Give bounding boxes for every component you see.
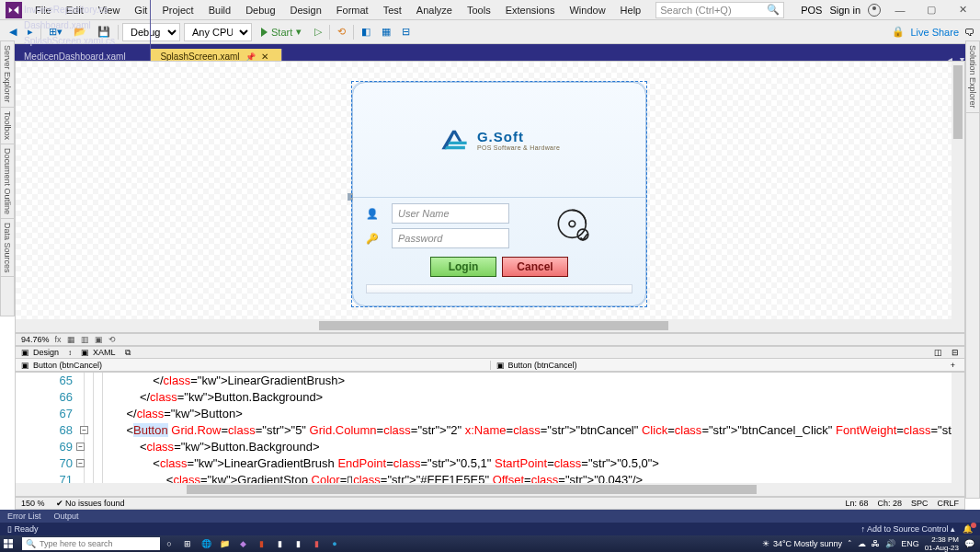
menu-help[interactable]: Help: [613, 5, 649, 16]
search-icon: 🔍: [767, 4, 780, 16]
network-icon[interactable]: 🖧: [872, 539, 880, 548]
status-ready: ▯ Ready: [7, 524, 39, 534]
edge-icon[interactable]: 🌐: [197, 535, 215, 552]
editor-scrollbar-h[interactable]: [16, 483, 964, 496]
app-icon-3[interactable]: ▮: [307, 535, 325, 552]
quick-search[interactable]: Search (Ctrl+Q) 🔍: [655, 2, 784, 18]
password-input[interactable]: Password: [392, 228, 509, 248]
menu-project[interactable]: Project: [154, 5, 200, 16]
design-tab[interactable]: ▣ Design: [21, 348, 59, 357]
fx-icon[interactable]: fx: [55, 335, 62, 344]
close-button[interactable]: ✕: [951, 4, 974, 16]
tool-data-sources[interactable]: Data Sources: [1, 219, 14, 278]
xaml-tab[interactable]: ▣ XAML: [81, 348, 116, 357]
minimize-button[interactable]: —: [888, 5, 912, 16]
username-input[interactable]: User Name: [392, 203, 509, 224]
cancel-button[interactable]: Cancel: [502, 257, 568, 277]
xaml-editor[interactable]: 65666768697071 − − − </class="kw">Linear…: [15, 372, 965, 497]
nav-right[interactable]: Button (btnCancel): [508, 361, 577, 370]
menu-extensions[interactable]: Extensions: [498, 5, 563, 16]
start-button[interactable]: [0, 535, 17, 552]
explorer-icon[interactable]: 📁: [215, 535, 234, 552]
onedrive-icon[interactable]: ☁: [858, 539, 866, 548]
tool-server-explorer[interactable]: Server Explorer: [1, 41, 14, 108]
tab[interactable]: Dashboard.xaml: [15, 17, 151, 33]
device-icon[interactable]: ▣: [95, 335, 103, 344]
code-content[interactable]: </class="kw">LinearGradientBrush> </clas…: [113, 373, 952, 483]
menu-debug[interactable]: Debug: [238, 5, 282, 16]
volume-icon[interactable]: 🔊: [885, 539, 895, 548]
sign-in-link[interactable]: Sign in: [829, 5, 860, 16]
eol-mode[interactable]: CRLF: [937, 499, 959, 508]
progress-bar: [366, 284, 632, 293]
feedback-icon[interactable]: 🗨: [964, 27, 974, 38]
refresh-icon[interactable]: ⟲: [108, 335, 116, 344]
issues-status[interactable]: ✔ No issues found: [56, 499, 125, 508]
popout-icon[interactable]: ⧉: [125, 348, 131, 358]
snap-icon[interactable]: ⊟: [398, 24, 414, 40]
windows-taskbar: 🔍Type here to search ○ ⊞ 🌐 📁 ◆ ▮ ▮ ▮ ▮ ●…: [0, 535, 980, 552]
action-center-icon[interactable]: 💬: [964, 539, 974, 548]
menu-test[interactable]: Test: [376, 5, 409, 16]
taskbar-search[interactable]: 🔍Type here to search: [22, 537, 160, 550]
app-icon-4[interactable]: ●: [325, 535, 344, 552]
platform-combo[interactable]: Any CPU: [184, 23, 252, 41]
svg-point-1: [569, 221, 575, 227]
tool-toolbox[interactable]: Toolbox: [1, 108, 14, 144]
split-h-icon[interactable]: ◫: [934, 348, 942, 357]
avatar-icon[interactable]: [868, 4, 881, 17]
login-button[interactable]: Login: [430, 257, 496, 277]
zoom-level[interactable]: 94.76%: [21, 335, 50, 344]
live-share-button[interactable]: Live Share: [910, 27, 959, 38]
tray-chevron-icon[interactable]: ˄: [848, 539, 852, 548]
xaml-designer[interactable]: G.SoftPOS Software & Hardware 👤 User Nam…: [15, 61, 965, 333]
notifications-icon[interactable]: 🔔: [963, 524, 973, 534]
tab[interactable]: SplashScreen.xaml.cs: [15, 33, 151, 49]
bottom-panels: Error ListOutput: [0, 510, 980, 523]
grid-icon[interactable]: ▦: [378, 24, 394, 40]
menu-analyze[interactable]: Analyze: [409, 5, 460, 16]
task-view-icon[interactable]: ⊞: [178, 535, 197, 552]
clock[interactable]: 2:38 PM01-Aug-23: [925, 535, 959, 552]
svg-rect-4: [9, 539, 14, 544]
hot-reload-icon[interactable]: ⟲: [334, 24, 349, 40]
language-icon[interactable]: ENG: [901, 539, 919, 548]
nav-add-icon[interactable]: +: [947, 361, 959, 370]
tab[interactable]: InvoiceRepository.cs: [15, 2, 151, 17]
swap-panes-icon[interactable]: ↕: [68, 349, 72, 357]
menu-tools[interactable]: Tools: [460, 5, 498, 16]
editor-scrollbar-v[interactable]: [952, 373, 964, 483]
element-icon: ▣: [496, 361, 505, 370]
vs-taskbar-icon[interactable]: ◆: [234, 535, 252, 552]
app-icon-2[interactable]: ▮: [289, 535, 307, 552]
tool-solution-explorer[interactable]: Solution Explorer: [966, 41, 979, 113]
editor-zoom[interactable]: 150 %: [21, 499, 45, 508]
toolbox-icon[interactable]: ◧: [358, 24, 374, 40]
snap-lines-icon[interactable]: ▥: [81, 335, 89, 344]
designer-scrollbar-h[interactable]: [16, 319, 964, 332]
powerpoint-icon[interactable]: ▮: [252, 535, 270, 552]
user-icon: 👤: [366, 208, 386, 220]
app-icon[interactable]: ▮: [270, 535, 289, 552]
start-no-debug-icon[interactable]: ▷: [311, 24, 325, 40]
cortana-icon[interactable]: ○: [160, 535, 178, 552]
source-control[interactable]: ↑ Add to Source Control ▴: [860, 524, 955, 534]
split-v-icon[interactable]: ⊟: [952, 348, 959, 357]
tool-document-outline[interactable]: Document Outline: [1, 144, 14, 219]
outline-margin[interactable]: − − −: [80, 373, 113, 483]
indent-mode[interactable]: SPC: [911, 499, 929, 508]
menu-format[interactable]: Format: [329, 5, 376, 16]
menu-build[interactable]: Build: [201, 5, 238, 16]
menu-design[interactable]: Design: [283, 5, 329, 16]
menu-window[interactable]: Window: [562, 5, 612, 16]
weather-widget[interactable]: ☀34°C Mostly sunny: [762, 539, 842, 548]
start-debug-button[interactable]: Start▾: [256, 26, 307, 38]
designer-scrollbar-v[interactable]: [952, 62, 964, 332]
grid-view-icon[interactable]: ▦: [67, 335, 75, 344]
maximize-button[interactable]: ▢: [919, 4, 943, 16]
resize-handle[interactable]: [348, 193, 353, 201]
nav-left[interactable]: Button (btnCancel): [33, 361, 102, 370]
splash-window[interactable]: G.SoftPOS Software & Hardware 👤 User Nam…: [352, 82, 646, 306]
panel-error-list[interactable]: Error List: [7, 512, 41, 521]
panel-output[interactable]: Output: [54, 512, 79, 521]
